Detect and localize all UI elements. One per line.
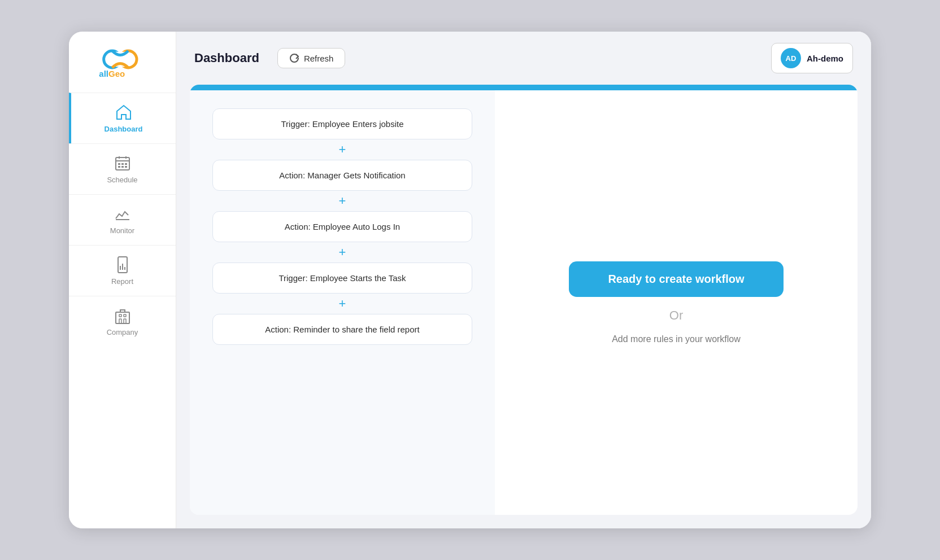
svg-rect-11 xyxy=(118,166,120,168)
refresh-button[interactable]: Refresh xyxy=(277,48,346,68)
create-workflow-button[interactable]: Ready to create workflow xyxy=(569,261,784,297)
svg-rect-8 xyxy=(118,163,120,165)
or-divider: Or xyxy=(669,308,683,323)
step-connector-2[interactable]: + xyxy=(339,191,346,211)
svg-rect-10 xyxy=(125,163,127,165)
main-area: Dashboard Refresh AD Ah-demo xyxy=(176,32,871,528)
sidebar-item-dashboard[interactable]: Dashboard xyxy=(69,93,176,143)
logo-area: allGeo xyxy=(69,32,176,93)
monitor-icon xyxy=(114,205,132,223)
sidebar-item-schedule[interactable]: Schedule xyxy=(69,143,176,194)
svg-rect-9 xyxy=(121,163,124,165)
step-connector-3[interactable]: + xyxy=(339,242,346,262)
svg-rect-22 xyxy=(119,319,121,323)
sidebar-item-company[interactable]: Company xyxy=(69,296,176,347)
workflow-panel: Trigger: Employee Enters jobsite + Actio… xyxy=(190,85,858,515)
home-icon xyxy=(115,103,133,121)
sidebar-nav: Dashboard Schedule xyxy=(69,93,176,347)
sidebar-item-dashboard-label: Dashboard xyxy=(105,125,143,133)
company-icon xyxy=(114,307,132,325)
sidebar-item-monitor[interactable]: Monitor xyxy=(69,194,176,245)
user-name: Ah-demo xyxy=(807,54,843,63)
sidebar-item-monitor-label: Monitor xyxy=(110,226,134,235)
sidebar-item-schedule-label: Schedule xyxy=(107,176,137,184)
add-rules-text: Add more rules in your workflow xyxy=(612,334,741,344)
sidebar-item-report-label: Report xyxy=(111,277,133,286)
workflow-steps: Trigger: Employee Enters jobsite + Actio… xyxy=(190,90,495,515)
dashboard-content: Trigger: Employee Enters jobsite + Actio… xyxy=(176,85,871,528)
report-icon xyxy=(114,256,132,274)
page-title: Dashboard xyxy=(194,51,259,65)
workflow-step-4[interactable]: Trigger: Employee Starts the Task xyxy=(212,262,472,294)
workflow-step-5[interactable]: Action: Reminder to share the field repo… xyxy=(212,314,472,345)
sidebar-item-report[interactable]: Report xyxy=(69,245,176,296)
refresh-label: Refresh xyxy=(304,54,334,63)
allgeo-logo: allGeo xyxy=(94,45,151,79)
sidebar-item-company-label: Company xyxy=(107,328,138,336)
user-badge[interactable]: AD Ah-demo xyxy=(771,43,853,73)
sidebar: allGeo Dashboard xyxy=(69,32,176,528)
svg-rect-20 xyxy=(119,314,121,317)
workflow-step-1[interactable]: Trigger: Employee Enters jobsite xyxy=(212,108,472,139)
refresh-icon xyxy=(289,53,299,63)
step-connector-1[interactable]: + xyxy=(339,139,346,160)
step-connector-4[interactable]: + xyxy=(339,294,346,314)
schedule-icon xyxy=(114,154,132,172)
workflow-top-bar xyxy=(190,85,858,90)
workflow-step-2[interactable]: Action: Manager Gets Notification xyxy=(212,160,472,191)
svg-rect-12 xyxy=(121,166,124,168)
svg-text:allGeo: allGeo xyxy=(99,69,125,78)
workflow-step-3[interactable]: Action: Employee Auto Logs In xyxy=(212,211,472,242)
svg-rect-19 xyxy=(116,312,129,323)
svg-rect-21 xyxy=(124,314,126,317)
header: Dashboard Refresh AD Ah-demo xyxy=(176,32,871,85)
svg-rect-23 xyxy=(124,319,126,323)
workflow-right-panel: Ready to create workflow Or Add more rul… xyxy=(495,90,858,515)
avatar: AD xyxy=(781,48,801,68)
app-container: allGeo Dashboard xyxy=(69,32,871,528)
workflow-body: Trigger: Employee Enters jobsite + Actio… xyxy=(190,90,858,515)
svg-rect-13 xyxy=(125,166,127,168)
